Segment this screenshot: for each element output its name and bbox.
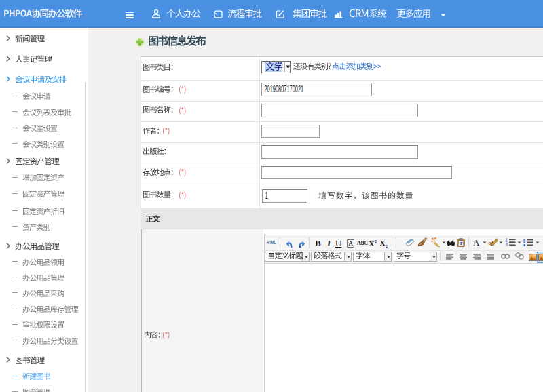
svg-text:3: 3 (506, 243, 508, 246)
svg-text:T: T (460, 241, 463, 246)
